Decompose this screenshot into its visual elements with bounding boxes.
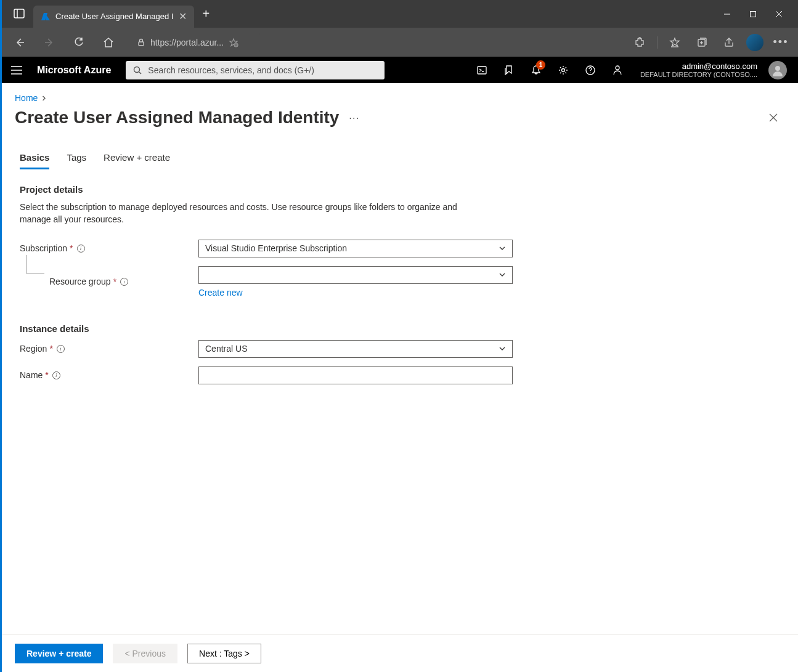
project-details-heading: Project details xyxy=(20,184,783,195)
region-dropdown[interactable]: Central US xyxy=(198,340,513,358)
svg-rect-8 xyxy=(139,42,144,46)
tab-title: Create User Assigned Managed I xyxy=(55,12,174,21)
tab-close-icon[interactable]: ✕ xyxy=(179,10,187,22)
required-indicator: * xyxy=(70,243,73,253)
menu-icon[interactable] xyxy=(11,66,22,75)
favorite-icon[interactable] xyxy=(229,38,238,47)
browser-titlebar: Create User Assigned Managed I ✕ + xyxy=(0,0,798,28)
svg-line-16 xyxy=(139,72,141,74)
browser-tab[interactable]: Create User Assigned Managed I ✕ xyxy=(33,6,194,28)
collections-icon[interactable] xyxy=(692,33,712,52)
azure-brand[interactable]: Microsoft Azure xyxy=(37,65,111,76)
window-close-button[interactable] xyxy=(775,10,783,18)
svg-point-18 xyxy=(561,68,564,71)
back-button[interactable] xyxy=(7,30,32,55)
more-actions-icon[interactable]: ··· xyxy=(349,113,360,123)
indent-connector xyxy=(26,255,44,273)
directories-icon[interactable] xyxy=(499,60,519,81)
info-icon[interactable]: i xyxy=(52,371,60,379)
azure-top-bar: Microsoft Azure Search resources, servic… xyxy=(0,57,798,83)
chevron-down-icon xyxy=(499,245,506,252)
subscription-label: Subscription xyxy=(20,243,67,253)
tab-basics[interactable]: Basics xyxy=(20,152,49,169)
tab-review[interactable]: Review + create xyxy=(104,152,170,169)
resource-group-label: Resource group xyxy=(49,277,111,286)
instance-details-heading: Instance details xyxy=(20,323,783,334)
azure-favicon xyxy=(41,12,51,22)
extensions-icon[interactable] xyxy=(630,33,649,52)
region-value: Central US xyxy=(205,344,247,354)
help-icon[interactable] xyxy=(580,60,601,81)
user-avatar[interactable] xyxy=(768,61,787,79)
breadcrumb: Home xyxy=(15,93,783,103)
feedback-icon[interactable] xyxy=(607,60,628,81)
svg-point-15 xyxy=(134,67,140,72)
region-label: Region xyxy=(20,344,47,354)
close-blade-icon[interactable] xyxy=(768,113,783,123)
more-icon[interactable]: ••• xyxy=(771,33,791,52)
wizard-footer: Review + create < Previous Next : Tags > xyxy=(0,634,798,672)
info-icon[interactable]: i xyxy=(120,278,128,286)
svg-point-20 xyxy=(616,66,619,70)
window-maximize-button[interactable] xyxy=(749,10,757,18)
next-button[interactable]: Next : Tags > xyxy=(187,644,261,663)
subscription-value: Visual Studio Enterprise Subscription xyxy=(205,243,347,253)
name-input[interactable] xyxy=(198,366,513,384)
lock-icon xyxy=(137,38,145,47)
share-icon[interactable] xyxy=(719,33,739,52)
review-create-button[interactable]: Review + create xyxy=(15,644,103,663)
info-icon[interactable]: i xyxy=(77,245,85,253)
forward-button[interactable] xyxy=(37,30,62,55)
create-new-link[interactable]: Create new xyxy=(198,288,243,298)
profile-avatar[interactable] xyxy=(746,34,763,51)
window-minimize-button[interactable] xyxy=(723,10,731,18)
svg-rect-3 xyxy=(751,11,756,17)
name-label: Name xyxy=(20,370,43,380)
svg-rect-0 xyxy=(14,9,24,18)
chevron-right-icon xyxy=(41,95,47,101)
search-input[interactable]: Search resources, services, and docs (G+… xyxy=(126,61,385,79)
project-details-description: Select the subscription to manage deploy… xyxy=(20,201,488,226)
new-tab-button[interactable]: + xyxy=(203,7,210,21)
breadcrumb-home[interactable]: Home xyxy=(15,93,38,103)
previous-button: < Previous xyxy=(113,644,177,663)
subscription-dropdown[interactable]: Visual Studio Enterprise Subscription xyxy=(198,240,513,257)
address-bar[interactable]: https://portal.azur... xyxy=(131,33,260,52)
tabs: Basics Tags Review + create xyxy=(20,152,783,169)
refresh-button[interactable] xyxy=(67,30,91,55)
resource-group-dropdown[interactable] xyxy=(198,266,513,284)
url-text: https://portal.azur... xyxy=(150,38,224,47)
sidebar-toggle-icon[interactable] xyxy=(14,8,26,20)
notifications-icon[interactable]: 1 xyxy=(526,60,547,81)
cloud-shell-icon[interactable] xyxy=(471,60,492,81)
page-title: Create User Assigned Managed Identity xyxy=(15,108,339,128)
user-info[interactable]: admin@contoso.com DEFAULT DIRECTORY (CON… xyxy=(640,62,757,78)
tab-tags[interactable]: Tags xyxy=(67,152,86,169)
required-indicator: * xyxy=(113,277,116,286)
search-icon xyxy=(133,66,142,75)
browser-toolbar: https://portal.azur... ••• xyxy=(0,28,798,57)
user-directory: DEFAULT DIRECTORY (CONTOSO.... xyxy=(640,71,757,78)
settings-icon[interactable] xyxy=(553,60,574,81)
info-icon[interactable]: i xyxy=(57,345,65,353)
chevron-down-icon xyxy=(499,345,506,352)
svg-point-21 xyxy=(775,66,780,71)
chevron-down-icon xyxy=(499,271,506,278)
favorites-icon[interactable] xyxy=(665,33,685,52)
required-indicator: * xyxy=(45,370,48,380)
user-email: admin@contoso.com xyxy=(640,62,757,71)
search-placeholder: Search resources, services, and docs (G+… xyxy=(148,65,314,75)
notification-badge: 1 xyxy=(536,60,545,70)
home-button[interactable] xyxy=(96,30,121,55)
required-indicator: * xyxy=(49,344,52,354)
page-content: Home Create User Assigned Managed Identi… xyxy=(0,83,798,634)
